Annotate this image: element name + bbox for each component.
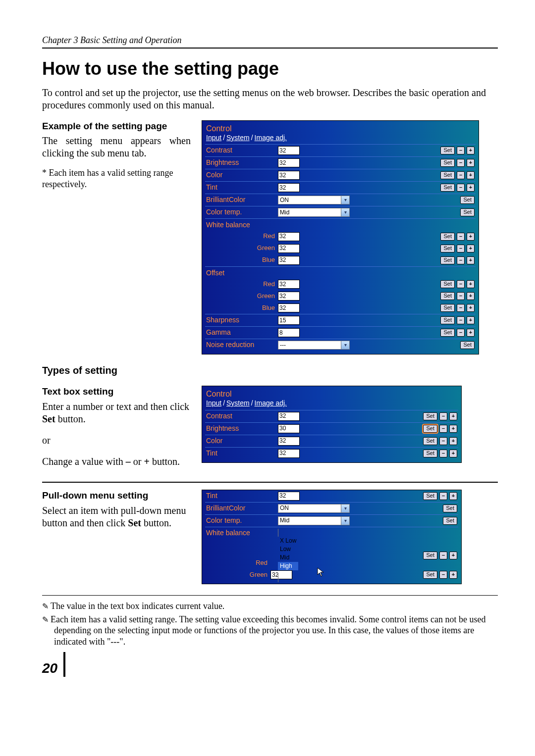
- intro-text: To control and set up the projector, use…: [42, 87, 498, 111]
- contrast-input[interactable]: 32: [278, 146, 300, 155]
- set-button[interactable]: Set: [440, 280, 455, 288]
- minus-button[interactable]: –: [457, 256, 465, 264]
- dropdown-option[interactable]: X Low: [278, 537, 298, 545]
- plus-button[interactable]: +: [467, 304, 475, 312]
- plus-button[interactable]: +: [467, 159, 475, 167]
- plus-button[interactable]: +: [467, 147, 475, 154]
- tint-input[interactable]: 32: [278, 449, 300, 458]
- breadcrumb-system[interactable]: System: [226, 399, 250, 407]
- minus-button[interactable]: –: [457, 329, 465, 337]
- plus-button[interactable]: +: [449, 492, 457, 500]
- set-button[interactable]: Set: [440, 171, 455, 179]
- color-input[interactable]: 32: [278, 171, 300, 180]
- offset-green-input[interactable]: 32: [278, 292, 300, 301]
- offset-blue-input[interactable]: 32: [278, 303, 300, 312]
- set-button[interactable]: Set: [440, 329, 455, 337]
- dropdown-option-selected[interactable]: High: [278, 562, 298, 570]
- dropdown-option[interactable]: Mid: [278, 554, 298, 562]
- minus-button[interactable]: –: [439, 437, 447, 445]
- set-button[interactable]: Set: [423, 571, 437, 579]
- minus-button[interactable]: –: [439, 552, 447, 559]
- plus-button[interactable]: +: [467, 292, 475, 300]
- minus-button[interactable]: –: [457, 147, 465, 154]
- minus-button[interactable]: –: [457, 184, 465, 192]
- minus-button[interactable]: –: [457, 233, 465, 241]
- plus-button[interactable]: +: [467, 233, 475, 241]
- set-button[interactable]: Set: [443, 517, 457, 525]
- minus-button[interactable]: –: [439, 450, 447, 457]
- minus-button[interactable]: –: [457, 245, 465, 252]
- tint-input[interactable]: 32: [278, 183, 300, 192]
- plus-button[interactable]: +: [449, 412, 457, 420]
- plus-button[interactable]: +: [449, 450, 457, 457]
- breadcrumb-image-adj[interactable]: Image adj.: [255, 399, 287, 407]
- set-button[interactable]: Set: [423, 437, 437, 445]
- wb-green-input[interactable]: 32: [278, 244, 300, 253]
- set-button[interactable]: Set: [443, 504, 457, 512]
- plus-button[interactable]: +: [467, 329, 475, 337]
- set-button[interactable]: Set: [423, 412, 437, 420]
- breadcrumb-input[interactable]: Input: [206, 399, 221, 407]
- plus-button[interactable]: +: [467, 171, 475, 179]
- plus-button[interactable]: +: [467, 280, 475, 288]
- set-button[interactable]: Set: [440, 159, 455, 167]
- brightness-input[interactable]: 30: [278, 424, 300, 433]
- plus-button[interactable]: +: [467, 316, 475, 324]
- wb-blue-input[interactable]: 32: [278, 256, 300, 265]
- set-button[interactable]: Set: [440, 245, 455, 252]
- plus-button[interactable]: +: [449, 571, 457, 579]
- colortemp-select[interactable]: Mid ▾: [278, 208, 350, 217]
- set-button[interactable]: Set: [423, 450, 437, 457]
- sharpness-input[interactable]: 15: [278, 316, 300, 325]
- offset-red-input[interactable]: 32: [278, 280, 300, 289]
- minus-button[interactable]: –: [439, 425, 447, 433]
- minus-button[interactable]: –: [439, 412, 447, 420]
- set-button[interactable]: Set: [440, 233, 455, 241]
- breadcrumb-input[interactable]: Input: [206, 134, 221, 142]
- plus-button[interactable]: +: [467, 184, 475, 192]
- brightness-label: Brightness: [206, 424, 278, 433]
- minus-button[interactable]: –: [457, 316, 465, 324]
- set-button[interactable]: Set: [440, 184, 455, 192]
- set-button[interactable]: Set: [460, 196, 475, 204]
- plus-button[interactable]: +: [449, 552, 457, 559]
- set-button[interactable]: Set: [460, 341, 475, 349]
- minus-button[interactable]: –: [457, 171, 465, 179]
- brilliantcolor-select[interactable]: ON ▾: [278, 196, 350, 204]
- control-panel-fig3: Tint 32 Set – + BrilliantColor ON ▾ Set …: [202, 490, 462, 585]
- set-button[interactable]: Set: [423, 425, 437, 433]
- color-input[interactable]: 32: [278, 437, 300, 446]
- plus-button[interactable]: +: [449, 437, 457, 445]
- offset-label: Offset: [205, 266, 476, 279]
- colortemp-label: Color temp.: [206, 516, 278, 525]
- breadcrumb-system[interactable]: System: [226, 134, 250, 142]
- colortemp-dropdown-open[interactable]: X Low Low Mid High: [278, 529, 298, 582]
- minus-button[interactable]: –: [457, 304, 465, 312]
- set-button[interactable]: Set: [440, 147, 455, 154]
- plus-button[interactable]: +: [449, 425, 457, 433]
- plus-button[interactable]: +: [467, 245, 475, 252]
- set-button[interactable]: Set: [440, 304, 455, 312]
- minus-button[interactable]: –: [457, 292, 465, 300]
- colortemp-select[interactable]: Mid ▾: [278, 516, 350, 525]
- contrast-input[interactable]: 32: [278, 412, 300, 421]
- minus-button[interactable]: –: [439, 492, 447, 500]
- gamma-input[interactable]: 8: [278, 328, 300, 337]
- minus-button[interactable]: –: [439, 571, 447, 579]
- brightness-input[interactable]: 32: [278, 158, 300, 167]
- breadcrumb-image-adj[interactable]: Image adj.: [255, 134, 287, 142]
- brilliantcolor-select[interactable]: ON ▾: [278, 504, 350, 513]
- set-button[interactable]: Set: [423, 492, 437, 500]
- minus-button[interactable]: –: [457, 280, 465, 288]
- wb-red-input[interactable]: 32: [278, 232, 300, 241]
- set-button[interactable]: Set: [460, 208, 475, 216]
- dropdown-option[interactable]: Low: [278, 545, 298, 554]
- set-button[interactable]: Set: [423, 552, 437, 559]
- minus-button[interactable]: –: [457, 159, 465, 167]
- set-button[interactable]: Set: [440, 256, 455, 264]
- noise-select[interactable]: --- ▾: [278, 341, 350, 350]
- set-button[interactable]: Set: [440, 292, 455, 300]
- tint-input[interactable]: 32: [278, 492, 300, 501]
- plus-button[interactable]: +: [467, 256, 475, 264]
- set-button[interactable]: Set: [440, 316, 455, 324]
